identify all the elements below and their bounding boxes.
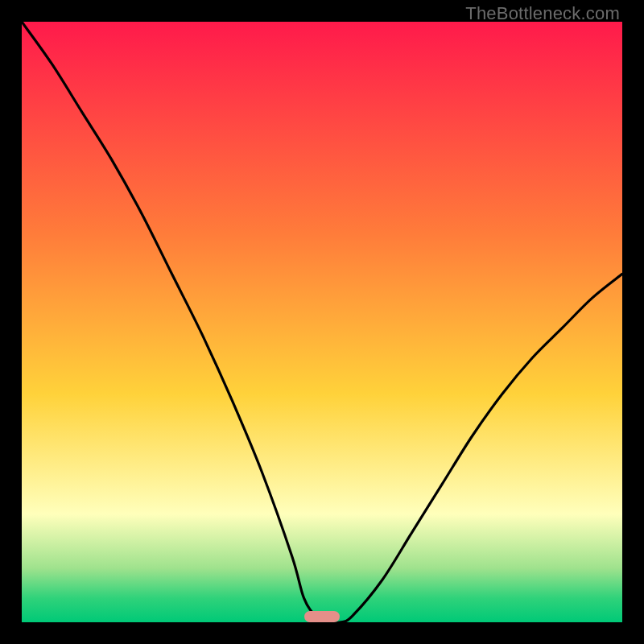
optimum-marker xyxy=(304,611,341,622)
bottleneck-curve xyxy=(22,22,622,622)
plot-area xyxy=(22,22,622,622)
chart-frame: TheBottleneck.com xyxy=(0,0,644,644)
